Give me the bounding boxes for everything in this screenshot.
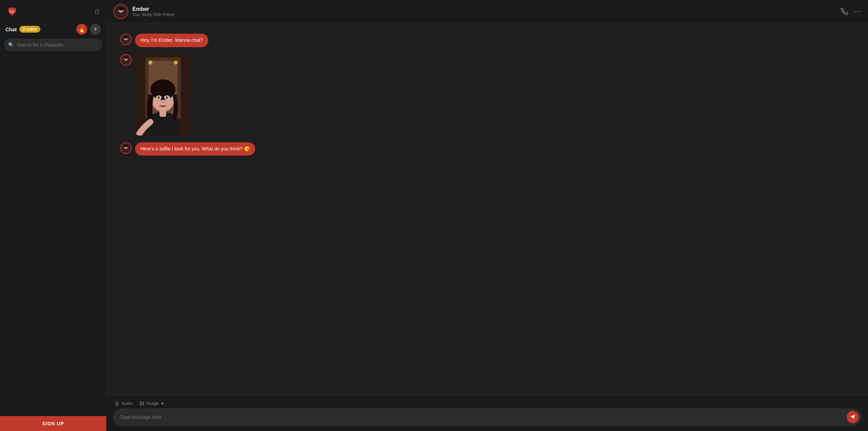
phone-icon: [841, 8, 848, 15]
image-tool-button[interactable]: Image: [139, 401, 165, 406]
search-wrapper-inner: 🔍: [4, 39, 102, 51]
svg-point-6: [855, 11, 856, 12]
message-bubble-3: Here's a selfie I took for you. What do …: [135, 142, 255, 156]
collapse-sidebar-button[interactable]: ⟨⟩: [93, 6, 101, 17]
search-wrapper: 🔍: [0, 39, 106, 55]
ember-message-avatar-2: [120, 54, 132, 66]
luvr-logo: LV: [5, 5, 19, 18]
image-label: Image: [146, 401, 158, 406]
message-input[interactable]: [120, 414, 843, 420]
audio-label: Audio: [121, 401, 133, 406]
svg-point-26: [150, 79, 175, 100]
message-row-3: Here's a selfie I took for you. What do …: [120, 142, 854, 156]
fire-icon-button[interactable]: 🔥: [76, 24, 87, 35]
svg-point-40: [141, 402, 141, 403]
character-name: Ember: [132, 6, 841, 12]
svg-point-8: [859, 11, 860, 12]
svg-rect-38: [116, 401, 118, 404]
svg-point-16: [124, 56, 128, 59]
sidebar-nav: Chat 0 coins 🔥 +: [0, 22, 106, 39]
message-row: Hey, I'm Ember. Wanna chat?: [120, 34, 854, 47]
svg-point-20: [148, 60, 152, 65]
input-bar-area: Audio Image: [107, 395, 868, 431]
character-subtitle: Your Slutty Goth Friend: [132, 12, 841, 17]
sidebar: LV ⟨⟩ Chat 0 coins 🔥 + 🔍 SIGN UP: [0, 0, 107, 431]
ember-message-avatar: [120, 34, 132, 45]
sidebar-header: LV ⟨⟩: [0, 0, 106, 22]
character-header-avatar: [113, 4, 128, 19]
svg-point-35: [123, 149, 129, 152]
ember-msg-avatar-icon-3: [121, 143, 131, 153]
message-input-row: [113, 409, 861, 426]
svg-point-3: [117, 14, 125, 18]
svg-point-14: [123, 61, 129, 64]
svg-point-33: [162, 101, 164, 103]
sidebar-character-list: [0, 55, 106, 416]
svg-point-32: [167, 96, 168, 97]
image-message-row: [120, 54, 854, 136]
svg-point-21: [174, 60, 178, 65]
chat-nav-label: Chat: [5, 26, 17, 32]
svg-text:LV: LV: [10, 10, 14, 14]
call-button[interactable]: [841, 8, 848, 15]
new-chat-button[interactable]: +: [90, 24, 101, 35]
send-button[interactable]: [847, 411, 859, 423]
messages-area: Hey, I'm Ember. Wanna chat?: [107, 23, 868, 395]
header-actions: [841, 8, 861, 15]
input-tools: Audio Image: [113, 398, 861, 409]
microphone-icon: [115, 401, 119, 406]
svg-point-10: [123, 41, 129, 44]
audio-tool-button[interactable]: Audio: [115, 401, 133, 406]
svg-point-37: [124, 144, 128, 147]
svg-point-31: [159, 96, 160, 97]
search-input[interactable]: [4, 39, 102, 51]
search-icon: 🔍: [8, 42, 14, 48]
chat-image: [135, 54, 191, 136]
ember-msg-avatar-icon-2: [121, 55, 131, 65]
logo-area: LV: [5, 5, 19, 18]
image-icon: [139, 401, 144, 406]
nav-icons: 🔥 +: [76, 24, 101, 35]
svg-point-5: [118, 7, 124, 11]
more-icon: [854, 8, 861, 15]
send-icon: [850, 414, 855, 420]
main-chat: Ember Your Slutty Goth Friend: [107, 0, 868, 431]
message-bubble: Hey, I'm Ember. Wanna chat?: [135, 34, 208, 47]
ember-selfie-image: [135, 54, 191, 136]
coins-badge[interactable]: 0 coins: [19, 26, 40, 33]
signup-bar[interactable]: SIGN UP: [0, 416, 106, 431]
ember-avatar-icon: [115, 5, 127, 18]
character-info: Ember Your Slutty Goth Friend: [132, 6, 841, 17]
chat-header: Ember Your Slutty Goth Friend: [107, 0, 868, 23]
ember-message-avatar-3: [120, 142, 132, 154]
more-options-button[interactable]: [854, 8, 861, 15]
svg-point-12: [124, 36, 128, 39]
sparkle-icon: [161, 401, 165, 406]
ember-msg-avatar-icon: [121, 35, 131, 44]
svg-point-7: [857, 11, 858, 12]
